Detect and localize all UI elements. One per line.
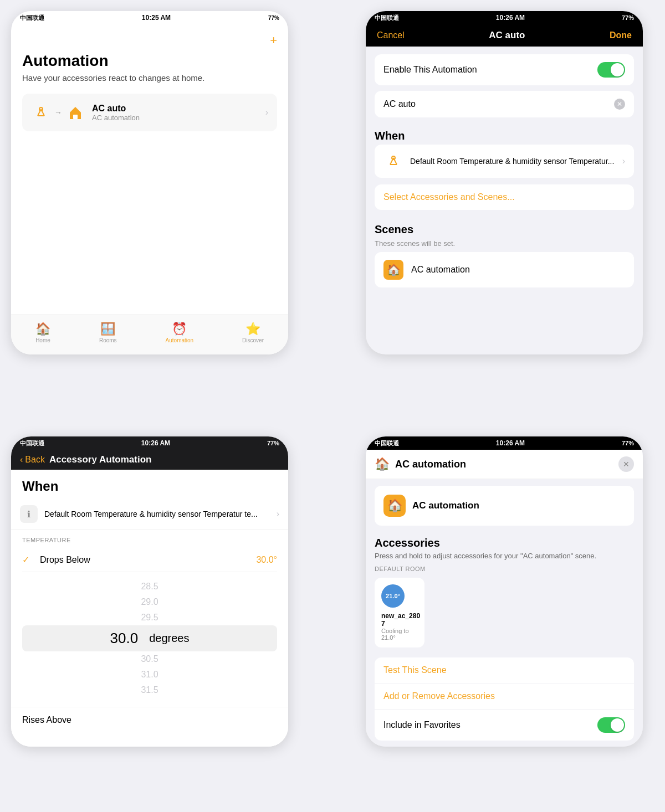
scene-header-title: AC automation [395,459,466,470]
temperature-section: TEMPERATURE ✓ Drops Below 30.0° [11,530,288,574]
tab-home-label: Home [35,337,50,343]
rooms-tab-icon: 🪟 [100,322,115,336]
name-row: AC auto ✕ [375,91,634,117]
status-bar-4: 中国联通 10:26 AM 77% [366,436,643,450]
arrow-icon: → [54,108,62,117]
picker-val-31-0: 31.0 [141,667,158,682]
scene-main-icon: 🏠 [383,495,406,517]
scenes-section-header: Scenes [366,217,643,238]
when-chevron-icon: › [622,156,625,166]
ac-device-name-2: 7 [381,620,418,628]
battery-4: 77% [622,440,634,446]
nav-bar-automation: ‹ Back Accessory Automation [11,450,288,470]
drops-below-label: Drops Below [40,555,256,565]
clear-name-button[interactable]: ✕ [614,99,625,110]
battery-2: 77% [622,14,634,21]
scene-item-ac[interactable]: 🏠 AC automation [375,252,634,287]
add-remove-accessories-button[interactable]: Add or Remove Accessories [375,683,634,710]
scene-name: AC automation [411,265,470,275]
time-4: 10:26 AM [496,439,525,447]
nav-title: AC auto [489,30,525,41]
home-tab-icon: 🏠 [35,322,50,336]
done-button[interactable]: Done [610,30,632,40]
scene-main-title: AC automation [412,500,479,511]
actions-card: Test This Scene Add or Remove Accessorie… [375,657,634,741]
tab-discover[interactable]: ⭐ Discover [242,322,264,343]
checkmark-icon: ✓ [22,554,35,565]
scenes-subtitle: These scenes will be set. [366,238,643,252]
back-label: Back [25,455,45,465]
time-people-section: Time Any People Off [20,739,279,747]
page-title-3: Accessory Automation [49,454,152,465]
picker-unit: degrees [149,632,189,645]
close-scene-button[interactable]: ✕ [618,456,634,472]
carrier-2: 中国联通 [375,14,399,22]
back-chevron-icon: ‹ [20,455,23,465]
enable-automation-card: Enable This Automation [375,54,634,85]
chevron-right-icon: › [265,107,268,117]
phone-accessory-automation: 中国联通 10:26 AM 77% ‹ Back Accessory Autom… [11,436,288,747]
test-scene-button[interactable]: Test This Scene [375,657,634,683]
when-trigger-row[interactable]: Default Room Temperature & humidity sens… [375,145,634,178]
automation-name-field[interactable]: AC auto [383,99,416,109]
automation-tab-icon: ⏰ [172,322,187,336]
accessories-section: Accessories Press and hold to adjust acc… [366,532,643,652]
include-favorites-row: Include in Favorites [375,710,634,741]
ac-device-card[interactable]: 21.0° new_ac_280 7 Cooling to 21.0° [375,578,424,647]
picker-values: 28.5 29.0 29.5 [11,579,288,625]
ac-temp-display: 21.0° [381,584,405,608]
favorites-toggle[interactable] [597,717,625,733]
card-title: AC auto [92,104,140,114]
cancel-button[interactable]: Cancel [377,30,405,40]
battery-3: 77% [267,440,279,446]
tab-automation[interactable]: ⏰ Automation [166,322,194,343]
temperature-picker[interactable]: 28.5 29.0 29.5 30.0 degrees 30.5 31.0 31… [11,574,288,702]
picker-val-28-5: 28.5 [141,579,158,594]
scene-header: 🏠 AC automation ✕ [366,450,643,479]
enable-toggle-row: Enable This Automation [375,54,634,85]
scene-home-icon: 🏠 [383,260,403,280]
phone-ac-auto-edit: 中国联通 10:26 AM 77% Cancel AC auto Done En… [366,11,643,354]
card-description: AC automation [92,114,140,122]
status-bar-1: 中国联通 10:25 AM 77% [11,11,288,24]
enable-toggle[interactable] [597,62,625,78]
tab-rooms[interactable]: 🪟 Rooms [99,322,117,343]
carrier-1: 中国联通 [20,14,44,22]
nav-bar-edit: Cancel AC auto Done [366,24,643,47]
enable-label: Enable This Automation [383,65,477,75]
status-bar-3: 中国联通 10:26 AM 77% [11,436,288,450]
svg-rect-4 [73,115,78,119]
picker-values-below: 30.5 31.0 31.5 [11,651,288,698]
sensor-chevron-icon: › [277,509,279,519]
select-accessories-button[interactable]: Select Accessories and Scenes... [375,184,634,210]
automation-card-ac[interactable]: → AC auto AC automation › [22,94,277,131]
temperature-label: TEMPERATURE [22,537,277,543]
tab-bar: 🏠 Home 🪟 Rooms ⏰ Automation ⭐ Discover [11,315,288,354]
back-button[interactable]: ‹ Back [20,455,45,465]
drops-below-option[interactable]: ✓ Drops Below 30.0° [22,548,277,572]
picker-selected-value: 30.0 [110,630,139,647]
drops-below-value: 30.0° [256,555,277,565]
accessories-subtitle: Press and hold to adjust accessories for… [375,552,634,560]
scene-header-home-icon: 🏠 [375,457,390,471]
include-favorites-label: Include in Favorites [383,720,461,730]
picker-val-31-5: 31.5 [141,682,158,698]
time-row[interactable]: Time Any [20,739,279,747]
when-heading: When [11,470,288,498]
time-3: 10:26 AM [141,439,170,447]
sensor-row[interactable]: ℹ Default Room Temperature & humidity se… [11,498,288,530]
picker-val-29-0: 29.0 [141,594,158,610]
when-section-header: When [366,123,643,145]
home-icon [65,102,85,122]
picker-val-30-5: 30.5 [141,651,158,667]
add-automation-button[interactable]: + [22,33,277,48]
rises-above-row[interactable]: Rises Above [11,707,288,733]
accessories-title: Accessories [375,537,634,549]
tab-home[interactable]: 🏠 Home [35,322,50,343]
when-trigger-icon [383,151,403,171]
page-title-automation: Automation [22,52,277,70]
tab-rooms-label: Rooms [99,337,117,343]
picker-val-29-5: 29.5 [141,610,158,625]
toggle-knob [611,63,624,76]
tab-discover-label: Discover [242,337,264,343]
